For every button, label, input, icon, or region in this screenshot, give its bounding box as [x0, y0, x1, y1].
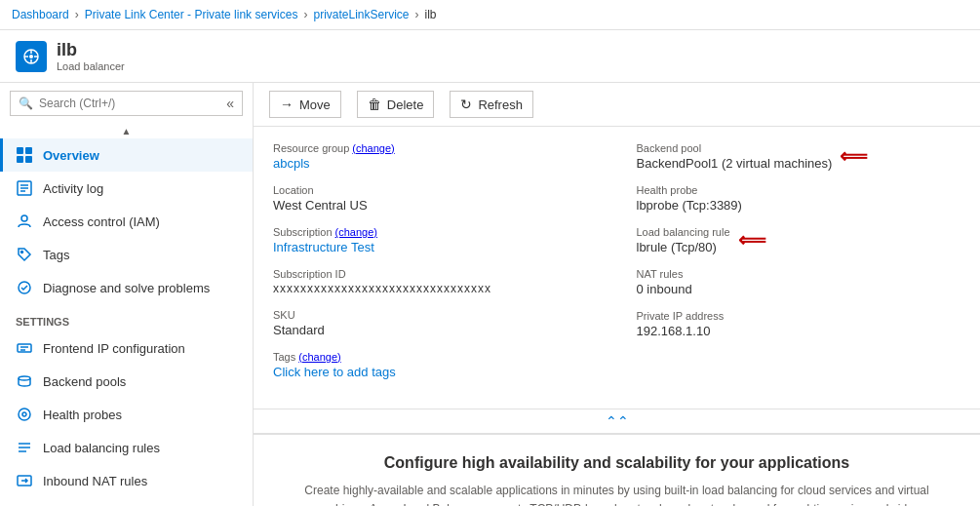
nat-rules-value: 0 inbound	[637, 282, 961, 296]
nat-rules-label: Inbound NAT rules	[43, 474, 147, 488]
diagnose-label: Diagnose and solve problems	[43, 281, 210, 295]
lb-rule-arrow: ⟸	[738, 228, 766, 252]
banner-title: Configure high availability and scalabil…	[293, 454, 941, 472]
access-control-icon	[16, 213, 33, 230]
backend-pool-arrow: ⟸	[840, 144, 868, 168]
search-icon: 🔍	[19, 97, 33, 110]
lb-rules-icon	[16, 439, 33, 456]
health-probes-icon	[16, 406, 33, 423]
subscription-value-link[interactable]: Infrastructure Test	[273, 240, 374, 254]
load-balancer-icon	[21, 47, 41, 66]
frontend-ip-label: Frontend IP configuration	[43, 341, 185, 356]
svg-point-14	[21, 215, 27, 221]
banner-description: Create highly-available and scalable app…	[293, 482, 941, 506]
prop-tags: Tags (change) Click here to add tags	[273, 351, 598, 379]
svg-rect-6	[17, 147, 23, 154]
move-icon: →	[280, 97, 294, 112]
backend-pools-icon	[16, 372, 33, 390]
bottom-banner: Configure high availability and scalabil…	[254, 434, 980, 506]
content-area: → Move 🗑 Delete ↻ Refresh Resource group…	[254, 83, 980, 506]
properties-right: Backend pool BackendPool1 (2 virtual mac…	[617, 142, 961, 393]
nat-rules-icon	[16, 472, 33, 489]
activity-log-icon	[16, 179, 33, 197]
search-input[interactable]	[39, 97, 226, 110]
banner-description-text: Create highly-available and scalable app…	[304, 484, 928, 506]
frontend-ip-icon	[16, 339, 33, 357]
sidebar-item-lb-rules[interactable]: Load balancing rules	[0, 431, 253, 464]
svg-rect-7	[25, 147, 32, 154]
sidebar-item-health-probes[interactable]: Health probes	[0, 398, 253, 431]
svg-point-21	[19, 409, 30, 420]
delete-icon: 🗑	[368, 97, 381, 112]
collapse-icon[interactable]: ⌃⌃	[606, 413, 629, 429]
delete-button[interactable]: 🗑 Delete	[357, 91, 435, 118]
sidebar-item-diagnose[interactable]: Diagnose and solve problems	[0, 271, 253, 304]
prop-health-probe: Health probe lbprobe (Tcp:3389)	[637, 184, 961, 213]
tags-icon	[16, 246, 33, 263]
resource-name: ilb	[57, 40, 125, 60]
diagnose-icon	[16, 279, 33, 296]
svg-rect-17	[18, 344, 31, 352]
svg-point-1	[29, 55, 33, 58]
properties-left: Resource group (change) abcpls Location …	[273, 142, 617, 393]
main-layout: 🔍 « Overview Activity log Access control…	[0, 83, 980, 506]
svg-rect-8	[17, 156, 23, 163]
resource-header: ilb Load balancer	[0, 30, 980, 83]
settings-section-label: Settings	[0, 304, 253, 331]
sidebar-item-backend-pools[interactable]: Backend pools	[0, 365, 253, 398]
sidebar-item-overview[interactable]: Overview	[0, 138, 253, 172]
prop-subscription: Subscription (change) Infrastructure Tes…	[273, 226, 598, 254]
sidebar-item-access-control[interactable]: Access control (IAM)	[0, 205, 253, 238]
resource-group-change-link[interactable]: (change)	[352, 142, 394, 154]
prop-nat-rules: NAT rules 0 inbound	[637, 268, 961, 296]
overview-label: Overview	[43, 148, 99, 163]
backend-pools-label: Backend pools	[43, 374, 126, 389]
prop-backend-pool: Backend pool BackendPool1 (2 virtual mac…	[637, 142, 961, 171]
move-button[interactable]: → Move	[269, 91, 341, 118]
breadcrumb-current: ilb	[425, 8, 437, 21]
sku-value: Standard	[273, 323, 598, 337]
sidebar-item-activity-log[interactable]: Activity log	[0, 172, 253, 205]
refresh-label: Refresh	[478, 97, 523, 112]
collapse-sidebar-button[interactable]: «	[226, 96, 234, 111]
tags-add-link[interactable]: Click here to add tags	[273, 365, 396, 379]
refresh-button[interactable]: ↻ Refresh	[450, 91, 533, 118]
properties-section: Resource group (change) abcpls Location …	[254, 127, 980, 409]
search-box[interactable]: 🔍 «	[10, 91, 243, 116]
breadcrumb-dashboard[interactable]: Dashboard	[12, 8, 69, 21]
svg-point-20	[19, 376, 30, 380]
access-control-label: Access control (IAM)	[43, 214, 160, 229]
delete-label: Delete	[387, 97, 424, 112]
collapse-row[interactable]: ⌃⌃	[254, 409, 980, 434]
location-value: West Central US	[273, 198, 598, 213]
resource-title-group: ilb Load balancer	[57, 40, 125, 72]
toolbar: → Move 🗑 Delete ↻ Refresh	[254, 83, 980, 127]
svg-point-22	[22, 412, 26, 416]
breadcrumb-private-link[interactable]: Private Link Center - Private link servi…	[85, 8, 298, 21]
resource-type: Load balancer	[57, 60, 125, 72]
resource-group-value-link[interactable]: abcpls	[273, 156, 310, 171]
subscription-change-link[interactable]: (change)	[335, 226, 377, 238]
sidebar-item-nat-rules[interactable]: Inbound NAT rules	[0, 464, 253, 497]
tags-change-link[interactable]: (change)	[298, 351, 340, 363]
sidebar-item-tags[interactable]: Tags	[0, 238, 253, 271]
prop-resource-group: Resource group (change) abcpls	[273, 142, 598, 171]
breadcrumb-service[interactable]: privateLinkService	[313, 8, 409, 21]
prop-subscription-id: Subscription ID xxxxxxxxxxxxxxxxxxxxxxxx…	[273, 268, 598, 295]
health-probe-value: lbprobe (Tcp:3389)	[637, 198, 961, 213]
scroll-indicator	[0, 124, 253, 138]
sidebar: 🔍 « Overview Activity log Access control…	[0, 83, 254, 506]
sidebar-item-properties[interactable]: Properties	[0, 497, 253, 506]
tags-label: Tags	[43, 248, 69, 262]
prop-private-ip: Private IP address 192.168.1.10	[637, 310, 961, 338]
private-ip-value: 192.168.1.10	[637, 324, 961, 338]
svg-rect-9	[25, 156, 32, 163]
prop-location: Location West Central US	[273, 184, 598, 213]
svg-point-15	[21, 252, 23, 253]
refresh-icon: ↻	[460, 97, 472, 112]
health-probes-label: Health probes	[43, 408, 122, 422]
lb-rules-label: Load balancing rules	[43, 441, 160, 455]
sidebar-item-frontend-ip[interactable]: Frontend IP configuration	[0, 331, 253, 365]
prop-sku: SKU Standard	[273, 309, 598, 337]
lb-rule-value: lbrule (Tcp/80)	[637, 240, 730, 254]
